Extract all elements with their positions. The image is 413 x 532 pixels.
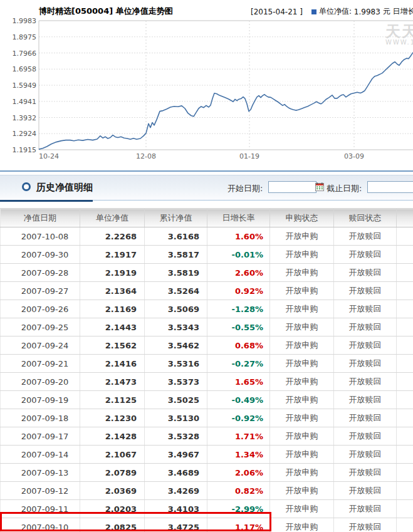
cell-acc-nav: 3.5025 bbox=[145, 391, 207, 409]
cell-unit-nav: 2.0203 bbox=[80, 500, 145, 518]
cell-acc-nav: 3.4967 bbox=[145, 446, 207, 464]
table-row: 2007-09-212.14163.5316-0.27%开放申购开放赎回 bbox=[1, 355, 413, 373]
cell-purchase-status: 开放申购 bbox=[270, 246, 334, 264]
x-axis-label: 12-08 bbox=[136, 152, 156, 160]
cell-date: 2007-09-19 bbox=[1, 391, 80, 409]
cell-empty bbox=[397, 227, 413, 246]
cell-redeem-status: 开放赎回 bbox=[334, 282, 397, 300]
x-axis-label: 10-24 bbox=[39, 152, 59, 160]
cell-growth: -1.28% bbox=[207, 300, 270, 318]
table-row: 2007-09-182.12303.5130-0.92%开放申购开放赎回 bbox=[1, 409, 413, 427]
cell-date: 2007-09-30 bbox=[1, 246, 80, 264]
x-axis-label: 01-19 bbox=[239, 152, 259, 160]
cell-unit-nav: 2.1917 bbox=[80, 246, 145, 264]
cell-date: 2007-09-18 bbox=[1, 409, 80, 427]
cell-acc-nav: 3.4103 bbox=[145, 500, 207, 518]
cell-unit-nav: 2.2268 bbox=[80, 227, 145, 246]
cell-growth: -0.55% bbox=[207, 318, 270, 336]
table-row: 2007-09-242.15623.54620.68%开放申购开放赎回 bbox=[1, 336, 413, 355]
table-row: 2007-09-172.14283.53281.71%开放申购开放赎回 bbox=[1, 427, 413, 446]
cell-growth: -0.27% bbox=[207, 355, 270, 373]
y-axis-label: 1.8975 bbox=[13, 33, 37, 41]
column-header: 单位净值 bbox=[80, 209, 145, 227]
section-divider bbox=[0, 170, 413, 172]
cell-date: 2007-09-21 bbox=[1, 355, 80, 373]
cell-date: 2007-09-28 bbox=[1, 264, 80, 282]
end-date-label: 截止日期: bbox=[327, 183, 362, 194]
cell-empty bbox=[397, 373, 413, 391]
cell-purchase-status: 开放申购 bbox=[270, 373, 334, 391]
cell-growth: -0.92% bbox=[207, 409, 270, 427]
cell-growth: -2.99% bbox=[207, 500, 270, 518]
cell-unit-nav: 2.0825 bbox=[80, 518, 145, 532]
cell-purchase-status: 开放申购 bbox=[270, 427, 334, 446]
end-date-input[interactable] bbox=[367, 181, 413, 193]
cell-acc-nav: 3.5328 bbox=[145, 427, 207, 446]
cell-empty bbox=[397, 409, 413, 427]
cell-acc-nav: 3.5373 bbox=[145, 373, 207, 391]
cell-growth: 1.71% bbox=[207, 427, 270, 446]
cell-unit-nav: 2.1364 bbox=[80, 282, 145, 300]
cell-redeem-status: 开放赎回 bbox=[334, 264, 397, 282]
cell-empty bbox=[397, 355, 413, 373]
cell-date: 2007-09-26 bbox=[1, 300, 80, 318]
cell-growth: 0.82% bbox=[207, 482, 270, 500]
cell-redeem-status: 开放赎回 bbox=[334, 355, 397, 373]
column-header-empty bbox=[397, 209, 413, 227]
cell-growth: 0.92% bbox=[207, 282, 270, 300]
cell-acc-nav: 3.5817 bbox=[145, 246, 207, 264]
column-header: 累计净值 bbox=[145, 209, 207, 227]
table-row: 2007-09-302.19173.5817-0.01%开放申购开放赎回 bbox=[1, 246, 413, 264]
cell-empty bbox=[397, 500, 413, 518]
cell-redeem-status: 开放赎回 bbox=[334, 446, 397, 464]
history-table-wrap: 净值日期单位净值累计净值日增长率申购状态赎回状态 2007-10-082.226… bbox=[0, 208, 413, 532]
cell-purchase-status: 开放申购 bbox=[270, 336, 334, 355]
cell-unit-nav: 2.1562 bbox=[80, 336, 145, 355]
cell-growth: 2.06% bbox=[207, 464, 270, 482]
cell-unit-nav: 2.1416 bbox=[80, 355, 145, 373]
cell-unit-nav: 2.1067 bbox=[80, 446, 145, 464]
cell-unit-nav: 2.1230 bbox=[80, 409, 145, 427]
cell-growth: 0.68% bbox=[207, 336, 270, 355]
cell-unit-nav: 2.1169 bbox=[80, 300, 145, 318]
cell-empty bbox=[397, 336, 413, 355]
cell-date: 2007-09-10 bbox=[1, 518, 80, 532]
cell-acc-nav: 3.6168 bbox=[145, 227, 207, 246]
calendar-icon[interactable] bbox=[315, 182, 324, 190]
cell-acc-nav: 3.4725 bbox=[145, 518, 207, 532]
column-header: 净值日期 bbox=[1, 209, 80, 227]
cell-redeem-status: 开放赎回 bbox=[334, 227, 397, 246]
cell-date: 2007-09-14 bbox=[1, 446, 80, 464]
cell-redeem-status: 开放赎回 bbox=[334, 500, 397, 518]
cell-empty bbox=[397, 391, 413, 409]
cell-acc-nav: 3.5069 bbox=[145, 300, 207, 318]
cell-empty bbox=[397, 300, 413, 318]
cell-unit-nav: 2.1428 bbox=[80, 427, 145, 446]
cell-date: 2007-09-17 bbox=[1, 427, 80, 446]
table-row: 2007-09-282.19193.58192.60%开放申购开放赎回 bbox=[1, 264, 413, 282]
cell-growth: 2.60% bbox=[207, 264, 270, 282]
cell-purchase-status: 开放申购 bbox=[270, 518, 334, 532]
table-row: 2007-10-082.22683.61681.60%开放申购开放赎回 bbox=[1, 227, 413, 246]
cell-redeem-status: 开放赎回 bbox=[334, 409, 397, 427]
y-axis-label: 1.1915 bbox=[13, 146, 37, 154]
y-axis-label: 1.7966 bbox=[13, 50, 37, 58]
table-row: 2007-09-192.11253.5025-0.49%开放申购开放赎回 bbox=[1, 391, 413, 409]
cell-acc-nav: 3.4269 bbox=[145, 482, 207, 500]
cell-date: 2007-10-08 bbox=[1, 227, 80, 246]
start-date-input[interactable] bbox=[268, 181, 316, 193]
table-row: 2007-09-142.10673.49671.34%开放申购开放赎回 bbox=[1, 446, 413, 464]
cell-acc-nav: 3.5819 bbox=[145, 264, 207, 282]
cell-redeem-status: 开放赎回 bbox=[334, 464, 397, 482]
nav-trend-chart: 1.99831.89751.79661.69581.59491.49411.39… bbox=[0, 0, 413, 164]
cell-empty bbox=[397, 518, 413, 532]
table-row: 2007-09-262.11693.5069-1.28%开放申购开放赎回 bbox=[1, 300, 413, 318]
cell-redeem-status: 开放赎回 bbox=[334, 373, 397, 391]
cell-date: 2007-09-11 bbox=[1, 500, 80, 518]
y-axis-label: 1.9983 bbox=[13, 17, 37, 25]
cell-date: 2007-09-13 bbox=[1, 464, 80, 482]
cell-purchase-status: 开放申购 bbox=[270, 409, 334, 427]
table-row: 2007-09-272.13643.52640.92%开放申购开放赎回 bbox=[1, 282, 413, 300]
cell-date: 2007-09-27 bbox=[1, 282, 80, 300]
column-header: 日增长率 bbox=[207, 209, 270, 227]
